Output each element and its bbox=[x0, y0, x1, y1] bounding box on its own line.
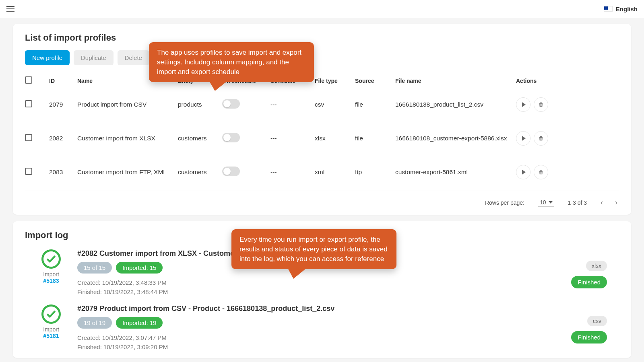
cell-file-name: 1666180108_customer-export-5886.xlsx bbox=[395, 135, 516, 142]
schedule-toggle[interactable] bbox=[222, 167, 240, 176]
chevron-down-icon bbox=[549, 201, 553, 204]
rows-per-page-select[interactable]: 10 bbox=[538, 198, 554, 207]
duplicate-button[interactable]: Duplicate bbox=[74, 50, 114, 65]
table-row: 2079 Product import from CSV products --… bbox=[25, 88, 619, 121]
imported-pill: Imported: 19 bbox=[116, 317, 163, 329]
col-file-type: File type bbox=[315, 78, 355, 84]
cell-name: Customer import from FTP, XML bbox=[77, 169, 178, 176]
log-status-id[interactable]: #5181 bbox=[37, 333, 65, 339]
trash-icon bbox=[538, 169, 544, 175]
count-pill: 19 of 19 bbox=[77, 317, 112, 329]
row-checkbox[interactable] bbox=[25, 134, 32, 141]
cell-name: Product import from CSV bbox=[77, 101, 178, 108]
new-profile-button[interactable]: New profile bbox=[25, 50, 70, 65]
table-row: 2082 Customer import from XLSX customers… bbox=[25, 121, 619, 155]
log-created: Created: 10/19/2022, 3:48:33 PM bbox=[77, 278, 559, 288]
schedule-toggle[interactable] bbox=[222, 133, 240, 142]
cell-file-name: 1666180138_product_list_2.csv bbox=[395, 101, 516, 108]
run-button[interactable] bbox=[516, 97, 530, 112]
state-badge: Finished bbox=[571, 331, 607, 343]
success-icon bbox=[41, 304, 61, 324]
cell-entity: customers bbox=[178, 135, 222, 142]
delete-row-button[interactable] bbox=[534, 165, 548, 179]
cell-id: 2079 bbox=[49, 101, 77, 108]
flag-us-icon bbox=[604, 6, 613, 12]
trash-icon bbox=[538, 135, 544, 142]
table-row: 2083 Customer import from FTP, XML custo… bbox=[25, 155, 619, 189]
play-icon bbox=[522, 136, 526, 141]
col-id: ID bbox=[49, 78, 77, 84]
log-finished: Finished: 10/19/2022, 3:09:20 PM bbox=[77, 343, 559, 352]
cell-file-type: xml bbox=[315, 169, 355, 176]
file-type-badge: xlsx bbox=[586, 261, 607, 271]
cell-schedule: --- bbox=[270, 135, 315, 142]
count-pill: 15 of 15 bbox=[77, 262, 112, 274]
cell-source: ftp bbox=[355, 169, 395, 176]
schedule-toggle[interactable] bbox=[222, 99, 240, 109]
trash-icon bbox=[538, 101, 544, 108]
file-type-badge: csv bbox=[587, 316, 607, 326]
table-footer: Rows per page: 10 1-3 of 3 ‹ › bbox=[25, 191, 619, 211]
delete-row-button[interactable] bbox=[534, 97, 548, 112]
cell-source: file bbox=[355, 135, 395, 142]
language-label: English bbox=[616, 6, 638, 12]
language-selector[interactable]: English bbox=[604, 6, 638, 12]
log-status-label: Import bbox=[37, 326, 65, 333]
cell-file-type: xlsx bbox=[315, 135, 355, 142]
cell-schedule: --- bbox=[270, 101, 315, 108]
log-finished: Finished: 10/19/2022, 3:48:44 PM bbox=[77, 288, 559, 297]
delete-button[interactable]: Delete bbox=[118, 50, 149, 65]
play-icon bbox=[522, 170, 526, 175]
cell-entity: customers bbox=[178, 169, 222, 176]
row-checkbox[interactable] bbox=[25, 100, 32, 107]
log-status-id[interactable]: #5183 bbox=[37, 278, 65, 284]
profiles-panel: List of import profiles New profile Dupl… bbox=[13, 24, 631, 215]
page-prev-button[interactable]: ‹ bbox=[601, 198, 603, 207]
callout-log: Every time you run import or export prof… bbox=[231, 229, 396, 269]
play-icon bbox=[522, 102, 526, 107]
callout-profiles: The app uses profiles to save import and… bbox=[149, 42, 314, 82]
run-button[interactable] bbox=[516, 165, 530, 179]
profiles-table-header: ID Name Entity On schedule Schedule File… bbox=[25, 74, 619, 88]
col-file-name: File name bbox=[395, 78, 516, 84]
select-all-checkbox[interactable] bbox=[25, 76, 32, 84]
menu-icon[interactable] bbox=[6, 6, 14, 12]
imported-pill: Imported: 15 bbox=[116, 262, 163, 274]
top-bar: English bbox=[0, 0, 644, 18]
profiles-title: List of import profiles bbox=[25, 33, 619, 43]
cell-file-type: csv bbox=[315, 101, 355, 108]
page-range: 1-3 of 3 bbox=[568, 200, 587, 206]
log-created: Created: 10/19/2022, 3:07:47 PM bbox=[77, 333, 559, 343]
success-icon bbox=[41, 249, 61, 269]
rows-per-page-value: 10 bbox=[540, 199, 546, 206]
col-actions: Actions bbox=[516, 78, 560, 84]
log-item: Import #5181 #2079 Product import from C… bbox=[25, 303, 619, 358]
cell-schedule: --- bbox=[270, 169, 315, 176]
state-badge: Finished bbox=[571, 276, 607, 288]
rows-per-page-label: Rows per page: bbox=[485, 200, 524, 206]
cell-source: file bbox=[355, 101, 395, 108]
log-title: #2079 Product import from CSV - Product … bbox=[77, 304, 559, 313]
cell-file-name: customer-export-5861.xml bbox=[395, 169, 516, 176]
cell-id: 2083 bbox=[49, 169, 77, 176]
page-next-button[interactable]: › bbox=[615, 198, 617, 207]
run-button[interactable] bbox=[516, 131, 530, 146]
cell-entity: products bbox=[178, 101, 222, 108]
cell-id: 2082 bbox=[49, 135, 77, 142]
cell-name: Customer import from XLSX bbox=[77, 135, 178, 142]
row-checkbox[interactable] bbox=[25, 168, 32, 175]
col-source: Source bbox=[355, 78, 395, 84]
delete-row-button[interactable] bbox=[534, 131, 548, 146]
log-status-label: Import bbox=[37, 271, 65, 278]
